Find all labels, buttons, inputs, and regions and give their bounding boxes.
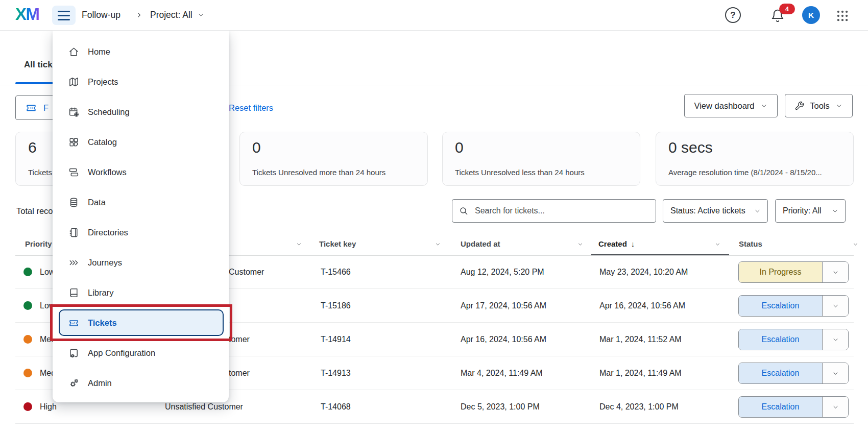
menu-item-directories[interactable]: Directories [59, 220, 224, 245]
status-badge[interactable]: Escalation [738, 329, 849, 350]
xm-logo: XM [15, 5, 39, 24]
menu-item-label: Catalog [88, 137, 117, 147]
updated-at: Apr 17, 2024, 10:56 AM [461, 289, 546, 323]
search-input[interactable] [474, 206, 649, 216]
view-dashboard-label: View dashboard [694, 101, 754, 111]
chevron-down-icon [760, 102, 768, 110]
tickets-icon [68, 317, 80, 329]
data-icon [68, 197, 80, 208]
stat-card: 0Tickets Unresolved more than 24 hours [239, 132, 428, 186]
column-menu-chevron-icon[interactable] [714, 241, 721, 248]
updated-at: Dec 5, 2023, 1:00 PM [461, 390, 540, 424]
menu-item-library[interactable]: Library [59, 280, 224, 305]
created-at: Mar 1, 2024, 11:49 AM [599, 356, 682, 390]
ticket-key: T-15186 [321, 289, 351, 323]
stat-value: 6 [28, 139, 37, 156]
priority-dot [23, 335, 32, 344]
app-grid-button[interactable] [836, 9, 850, 22]
menu-item-projects[interactable]: Projects [59, 69, 224, 94]
ticket-icon [25, 102, 37, 114]
column-menu-chevron-icon[interactable] [577, 241, 584, 248]
menu-item-label: Admin [88, 378, 112, 388]
status-chevron-icon[interactable] [822, 296, 848, 316]
priority-filter-dropdown[interactable]: Priority: All [775, 199, 846, 223]
column-header[interactable]: Status [739, 234, 762, 254]
library-icon [68, 287, 80, 299]
status-badge[interactable]: In Progress [738, 261, 849, 283]
status-chevron-icon[interactable] [822, 363, 848, 383]
status-filter-label: Status: Active tickets [670, 206, 745, 215]
status-badge[interactable]: Escalation [738, 295, 849, 317]
search-icon [459, 206, 469, 216]
priority-dot [23, 268, 32, 276]
ticket-filter-label: F [43, 103, 49, 113]
menu-item-app-configuration[interactable]: App Configuration [59, 341, 224, 365]
status-chevron-icon[interactable] [822, 329, 848, 350]
menu-item-label: Library [88, 288, 113, 298]
stat-label: Average resolution time (8/1/2024 - 8/15… [668, 168, 849, 177]
menu-item-label: Home [88, 47, 110, 57]
status-chevron-icon[interactable] [822, 397, 848, 417]
projects-icon [68, 76, 80, 88]
menu-item-data[interactable]: Data [59, 190, 224, 214]
breadcrumb-section: Follow-up [82, 0, 120, 30]
project-label: Project: All [150, 10, 192, 20]
breadcrumb-project-selector[interactable]: Project: All [150, 0, 205, 30]
stat-value: 0 [455, 139, 464, 156]
menu-item-label: Journeys [88, 258, 122, 268]
column-header[interactable]: Ticket key [319, 234, 356, 254]
chevron-down-icon [197, 11, 205, 19]
stat-card: 0Tickets Unresolved less than 24 hours [442, 132, 640, 186]
priority-dot [23, 301, 32, 310]
ticket-key: T-15466 [321, 255, 351, 289]
menu-item-scheduling[interactable]: Scheduling [59, 100, 224, 124]
status-badge[interactable]: Escalation [738, 363, 849, 384]
column-menu-chevron-icon[interactable] [296, 241, 302, 248]
stat-value: 0 [252, 139, 261, 156]
chevron-down-icon [831, 207, 839, 215]
column-menu-chevron-icon[interactable] [435, 241, 441, 248]
column-header[interactable]: Priority [25, 234, 52, 254]
app-root: All tickets F Reset filters View dashboa… [0, 0, 868, 434]
view-dashboard-button[interactable]: View dashboard [684, 94, 778, 117]
menu-item-tickets[interactable]: Tickets [59, 309, 224, 336]
chevron-down-icon [835, 102, 843, 110]
status-badge[interactable]: Escalation [738, 396, 849, 418]
status-filter-dropdown[interactable]: Status: Active tickets [663, 199, 768, 223]
created-at: Apr 16, 2024, 10:56 AM [599, 289, 685, 323]
menu-item-label: Data [88, 198, 106, 207]
column-header-label: Updated at [461, 239, 500, 248]
help-button[interactable]: ? [725, 7, 741, 23]
column-header[interactable]: Created↓ [598, 234, 635, 254]
tools-button[interactable]: Tools [785, 94, 853, 117]
global-nav-menu: HomeProjectsSchedulingCatalogWorkflowsDa… [53, 31, 229, 402]
hamburger-menu-button[interactable] [52, 6, 76, 25]
menu-item-label: Directories [88, 228, 128, 237]
status-label: Escalation [739, 397, 822, 417]
status-label: Escalation [739, 329, 822, 350]
row-divider [15, 423, 854, 424]
journeys-icon [68, 257, 80, 269]
reset-filters-link[interactable]: Reset filters [229, 103, 273, 113]
menu-item-label: Tickets [88, 318, 117, 328]
search-box[interactable] [452, 199, 656, 223]
ticket-name: tomer [229, 356, 250, 390]
column-menu-chevron-icon[interactable] [852, 241, 859, 248]
menu-item-catalog[interactable]: Catalog [59, 130, 224, 154]
ticket-name: tomer [229, 323, 250, 356]
avatar[interactable]: K [802, 6, 820, 24]
workflows-icon [68, 166, 80, 178]
notifications-button[interactable]: 4 [770, 7, 790, 25]
updated-at: Apr 16, 2024, 10:56 AM [461, 323, 546, 356]
column-header[interactable]: Updated at [461, 234, 500, 254]
menu-item-journeys[interactable]: Journeys [59, 250, 224, 275]
created-at: May 23, 2024, 10:20 AM [599, 255, 688, 289]
status-chevron-icon[interactable] [822, 262, 848, 282]
menu-item-admin[interactable]: Admin [59, 371, 224, 395]
menu-item-workflows[interactable]: Workflows [59, 160, 224, 184]
top-bar: XM Follow-up Project: All ? 4 K [0, 0, 868, 31]
stat-label: Tickets Unresolved less than 24 hours [455, 168, 636, 177]
menu-item-home[interactable]: Home [59, 39, 224, 64]
chevron-right-icon [135, 11, 143, 19]
ticket-key: T-14068 [321, 390, 351, 424]
